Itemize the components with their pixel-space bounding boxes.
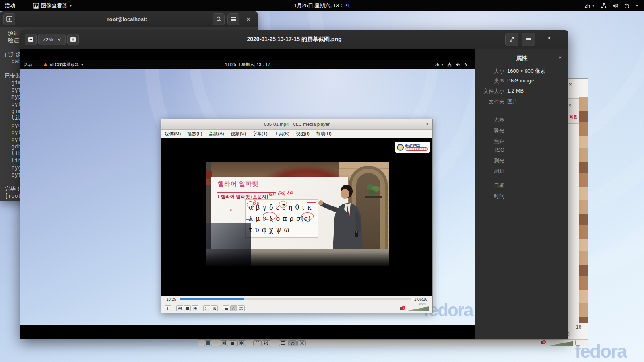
university-logo-icon: [397, 144, 404, 151]
time-total: 1:06:16: [414, 297, 427, 302]
close-icon[interactable]: ×: [569, 81, 572, 87]
prop-label: ISO: [475, 147, 504, 153]
prop-label: 类型: [475, 78, 504, 85]
prop-label: 日期: [475, 182, 504, 189]
close-icon[interactable]: ×: [558, 54, 562, 61]
menu-button[interactable]: [227, 13, 239, 25]
equalizer-button[interactable]: [262, 340, 270, 346]
broadcaster-logo: 중신대학교 부속 원격평생교육원: [395, 142, 430, 153]
menu-view[interactable]: 视图(I): [296, 131, 310, 137]
board-title: 헬라어 알파벳: [218, 180, 258, 188]
time-current: 18:25: [166, 297, 176, 302]
previous-button[interactable]: [220, 340, 228, 346]
pause-button[interactable]: [165, 305, 171, 311]
input-method-indicator[interactable]: zh▼: [584, 3, 595, 9]
network-icon: [447, 62, 452, 67]
menu-help[interactable]: 帮助(H): [316, 131, 332, 137]
red-beta-gamma: βγ: [252, 200, 259, 206]
menu-tools[interactable]: 工具(S): [274, 131, 289, 137]
background-video-strip: [579, 97, 588, 323]
fullscreen-button[interactable]: [505, 33, 518, 46]
prop-label: 相机: [475, 168, 504, 175]
equalizer-button[interactable]: [211, 305, 218, 311]
seek-row: 18:25 1:06:16: [161, 296, 432, 303]
previous-button[interactable]: [176, 305, 183, 311]
lecture-scene: 헬라어 알파벳 Ⅰ 헬라어 알파벳 (소문자) α β γ δ ε ζ η θ …: [206, 162, 389, 266]
volume-icon[interactable]: [612, 3, 618, 9]
close-icon[interactable]: ×: [568, 103, 571, 108]
volume-control[interactable]: 100% ×: [400, 306, 429, 311]
viewer-title: 2020-01-25 13-17-15 的屏幕截图.png: [20, 36, 568, 43]
menu-button[interactable]: [522, 33, 535, 46]
video-area[interactable]: 중신대학교 부속 원격평생교육원: [161, 138, 432, 296]
menu-media[interactable]: 媒体(M): [165, 131, 181, 137]
folder-link[interactable]: 图片: [507, 98, 518, 105]
playlist-button[interactable]: [223, 305, 229, 311]
prop-label: 大小: [475, 68, 504, 75]
fullscreen-icon: [509, 37, 515, 43]
next-button[interactable]: [192, 305, 198, 311]
gnome-topbar: 活动 图像查看器 ▼ 1月25日 星期六, 13：21 zh▼ ▼: [0, 0, 644, 11]
fullscreen-video-button[interactable]: [203, 305, 210, 311]
close-icon[interactable]: ×: [426, 121, 429, 127]
inner-vlc-title: 035-01.mp4 - VLC media player: [264, 122, 330, 127]
inner-input-method: zh▼: [435, 62, 444, 67]
prop-value: PNG image: [507, 78, 534, 85]
prop-label: 文件大小: [475, 88, 504, 95]
red-underline-lambda: [246, 214, 252, 220]
search-button[interactable]: [213, 13, 225, 25]
red-circle-nu-xi: [263, 212, 277, 220]
volume-slider[interactable]: [550, 341, 573, 346]
inner-clock: 1月25日 星期六, 13：17: [20, 62, 475, 68]
terminal-titlebar[interactable]: root@localhost:~ ×: [0, 11, 258, 27]
network-icon[interactable]: [601, 3, 607, 9]
power-icon: [463, 62, 468, 67]
prop-value: 644 × 362 像素: [507, 68, 545, 75]
clock[interactable]: 1月25日 星期六, 13：21: [0, 2, 644, 9]
playlist-button[interactable]: [279, 340, 287, 346]
menu-subtitle[interactable]: 字幕(T): [252, 131, 268, 137]
prop-label: 曝光: [475, 127, 504, 134]
background-vlc-controls: ×: [198, 339, 588, 346]
loop-button[interactable]: [230, 305, 237, 311]
inner-vlc-window: 035-01.mp4 - VLC media player × 媒体(M) 播放…: [161, 119, 433, 313]
menu-video[interactable]: 视频(V): [231, 131, 246, 137]
red-circle-sigma: [301, 212, 314, 220]
shuffle-button[interactable]: [297, 340, 306, 346]
pause-button[interactable]: [204, 340, 212, 346]
stop-button[interactable]: [229, 340, 237, 346]
volume-icon: [455, 62, 460, 67]
power-icon[interactable]: [624, 3, 630, 9]
properties-panel: 属性 × 大小1600 × 900 像素 类型PNG image 文件大小1.2…: [475, 49, 568, 339]
viewer-canvas: fedora 活动 VLC媒体播放器 ▼ 1月25日 星期六, 13：17 zh…: [20, 49, 475, 339]
volume-box: [575, 340, 580, 346]
controls-row: 100% ×: [161, 303, 432, 313]
prop-label: 测光: [475, 157, 504, 165]
volume-percent: 100%: [419, 302, 426, 305]
volume-slider[interactable]: [407, 306, 429, 311]
prop-label: 焦距: [475, 138, 504, 145]
red-annotation-epsilon: ε: [230, 208, 232, 212]
viewed-screenshot: fedora 活动 VLC媒体播放器 ▼ 1月25日 星期六, 13：17 zh…: [20, 60, 475, 325]
shuffle-button[interactable]: [238, 305, 245, 311]
muted-volume-icon[interactable]: ×: [400, 306, 405, 311]
prop-label: 文件夹: [475, 98, 504, 105]
viewer-titlebar[interactable]: − 72% + 2020-01-25 13-17-15 的屏幕截图.png ×: [20, 30, 568, 49]
stop-button[interactable]: [184, 305, 191, 311]
chevron-down-icon[interactable]: ▼: [636, 4, 638, 7]
menu-audio[interactable]: 音频(A): [208, 131, 224, 137]
menu-playback[interactable]: 播放(L): [187, 131, 202, 137]
time-fragment: 16: [576, 324, 581, 330]
next-button[interactable]: [237, 340, 246, 346]
fullscreen-button[interactable]: [253, 340, 262, 346]
inner-vlc-menubar: 媒体(M) 播放(L) 音频(A) 视频(V) 字幕(T) 工具(S) 视图(I…: [161, 130, 432, 138]
red-circle-eta: [279, 201, 287, 208]
red-annotation-scribble: βaα δεζ ξα: [267, 189, 293, 197]
video-logo-fragment: 육원: [569, 114, 577, 120]
seek-bar[interactable]: [180, 298, 411, 300]
logo-line1: 중신대학교: [405, 144, 428, 147]
close-button[interactable]: ×: [242, 13, 254, 25]
muted-volume-icon[interactable]: ×: [541, 340, 546, 345]
close-button[interactable]: ×: [543, 34, 556, 45]
loop-button[interactable]: [288, 340, 297, 346]
